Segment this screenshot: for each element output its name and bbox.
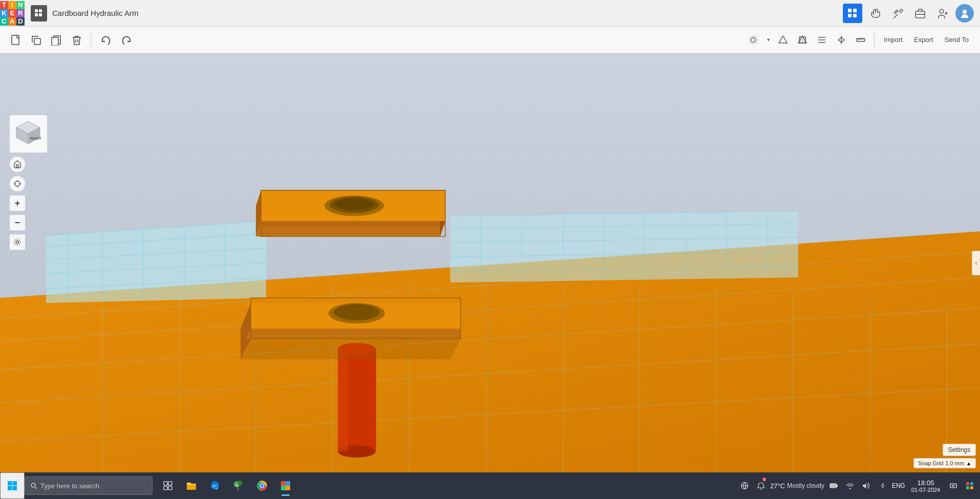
new-button[interactable] <box>6 31 25 49</box>
bottom-right-controls: Settings Snap Grid 1.0 mm ▲ <box>913 444 976 468</box>
clock-time: 18:05 <box>918 479 934 487</box>
light-dropdown-button[interactable]: ▾ <box>764 31 773 49</box>
language-indicator[interactable]: ENG <box>892 474 905 497</box>
svg-rect-126 <box>13 486 17 491</box>
svg-marker-89 <box>241 339 461 359</box>
wifi-icon[interactable] <box>843 474 857 497</box>
logo-a: A <box>8 17 16 26</box>
svg-rect-6 <box>848 14 852 17</box>
export-button[interactable]: Export <box>909 33 939 47</box>
right-panel-toggle[interactable]: ‹ <box>972 251 980 275</box>
hammer-button[interactable] <box>888 4 907 23</box>
theme-icon[interactable] <box>963 474 977 497</box>
svg-rect-155 <box>966 482 969 485</box>
light-button[interactable] <box>744 31 763 49</box>
svg-point-122 <box>16 241 19 244</box>
svg-point-98 <box>334 304 380 320</box>
view-settings-button[interactable] <box>9 234 26 250</box>
home-view-button[interactable] <box>9 156 26 172</box>
redo-button[interactable] <box>117 31 136 49</box>
clock-date: 01-07-2024 <box>911 487 940 493</box>
tinkercad-logo[interactable]: T I N K E R C A D <box>0 1 25 26</box>
ruler-button[interactable] <box>852 31 870 49</box>
svg-rect-3 <box>39 13 42 16</box>
svg-rect-135 <box>237 487 239 490</box>
svg-rect-14 <box>12 35 19 45</box>
settings-button[interactable]: Settings <box>943 444 976 456</box>
align-button[interactable] <box>813 31 831 49</box>
left-controls: RIGHT + − <box>9 115 48 250</box>
svg-rect-157 <box>966 486 969 489</box>
svg-rect-7 <box>853 14 857 17</box>
svg-point-108 <box>335 198 374 210</box>
search-placeholder: Type here to search <box>40 482 99 490</box>
undo-button[interactable] <box>97 31 115 49</box>
project-title-area: Cardboard Hydraulic Arm <box>25 5 843 21</box>
edge-browser-button[interactable] <box>204 474 226 497</box>
battery-icon[interactable] <box>826 474 841 497</box>
hand-tool-button[interactable] <box>865 4 885 23</box>
svg-point-117 <box>15 181 20 186</box>
snap-grid-value: 1.0 mm <box>945 460 964 466</box>
send-to-button[interactable]: Send To <box>940 33 974 47</box>
search-box[interactable]: Type here to search <box>25 476 153 495</box>
view-cube[interactable]: RIGHT <box>9 115 48 153</box>
snap-grid-toggle[interactable]: ▲ <box>966 461 971 466</box>
svg-rect-129 <box>164 482 167 485</box>
delete-button[interactable] <box>68 31 86 49</box>
svg-point-19 <box>751 38 755 42</box>
start-button[interactable] <box>0 472 25 499</box>
svg-rect-1 <box>39 9 42 12</box>
svg-marker-111 <box>261 221 445 226</box>
notification-icon[interactable]: 1 <box>754 474 768 497</box>
svg-rect-116 <box>16 165 18 167</box>
clock-area[interactable]: 18:05 01-07-2024 <box>907 479 944 493</box>
snap-grid-area: Snap Grid 1.0 mm ▲ <box>913 458 976 468</box>
zoom-out-button[interactable]: − <box>9 214 26 231</box>
svg-line-128 <box>35 487 37 489</box>
file-explorer-button[interactable] <box>180 474 203 497</box>
import-button[interactable]: Import <box>879 33 908 47</box>
svg-rect-16 <box>52 37 58 46</box>
shape2-button[interactable] <box>793 31 812 49</box>
svg-rect-4 <box>848 9 852 12</box>
mirror-button[interactable] <box>832 31 851 49</box>
fit-view-button[interactable] <box>9 176 26 192</box>
top-navbar: T I N K E R C A D Cardboard Hydraulic Ar… <box>0 0 980 27</box>
duplicate-button[interactable] <box>27 31 45 49</box>
zoom-in-button[interactable]: + <box>9 195 26 211</box>
logo-i: I <box>8 1 16 9</box>
volume-icon[interactable] <box>859 474 874 497</box>
scene-3d[interactable] <box>0 53 980 472</box>
toolbar: ▾ <box>0 27 980 53</box>
briefcase-button[interactable] <box>910 4 930 23</box>
svg-marker-28 <box>779 36 787 43</box>
nature-app-button[interactable] <box>227 474 250 497</box>
network-globe-icon[interactable] <box>737 474 752 497</box>
grid-view-button[interactable] <box>31 5 47 21</box>
taskbar-right: 1 27°C Mostly cloudy <box>737 474 980 497</box>
task-view-button[interactable] <box>157 474 179 497</box>
taskbar: Type here to search <box>0 472 980 499</box>
chrome-button[interactable] <box>251 474 273 497</box>
svg-rect-88 <box>338 349 348 451</box>
add-user-button[interactable] <box>933 4 952 23</box>
viewport[interactable]: RIGHT + − <box>0 53 980 472</box>
tinkercad-taskbar-button[interactable] <box>274 474 297 497</box>
tray-overflow-icon[interactable] <box>876 474 890 497</box>
svg-rect-156 <box>970 482 973 485</box>
svg-text:RIGHT: RIGHT <box>30 137 42 140</box>
copy-button[interactable] <box>47 31 66 49</box>
svg-rect-15 <box>34 38 40 45</box>
svg-rect-150 <box>836 485 837 487</box>
svg-marker-96 <box>251 329 461 339</box>
apps-grid-button[interactable] <box>843 4 862 23</box>
shape1-button[interactable] <box>774 31 792 49</box>
profile-button[interactable] <box>955 4 974 23</box>
svg-rect-146 <box>286 486 290 490</box>
svg-rect-125 <box>8 486 12 491</box>
svg-line-25 <box>756 42 756 42</box>
logo-t: T <box>0 1 8 9</box>
svg-point-127 <box>31 483 35 487</box>
notification-center-icon[interactable] <box>946 474 961 497</box>
